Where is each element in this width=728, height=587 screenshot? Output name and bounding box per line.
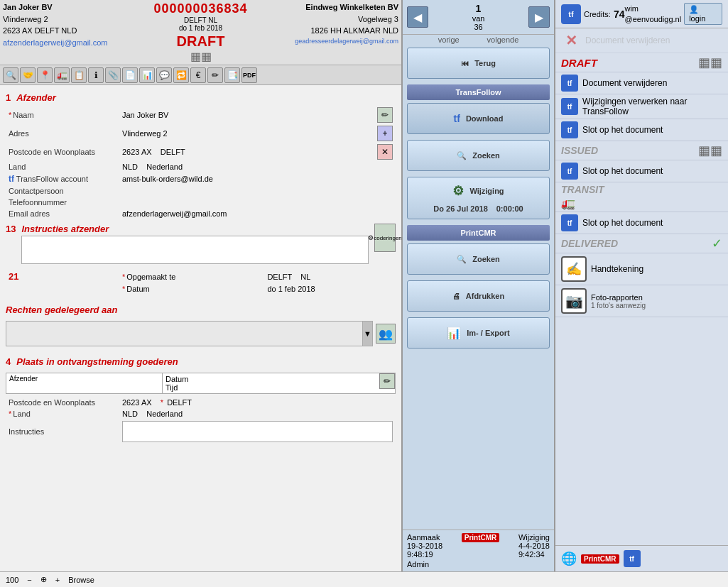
toolbar-table[interactable]: 📊 bbox=[139, 67, 155, 83]
afzender-table: *Naam Jan Joker BV ✏ Adres Vlinderweg 2 bbox=[6, 106, 396, 219]
zoeken-cmr-btn[interactable]: 🔍 Zoeken bbox=[407, 243, 550, 275]
tf-bottom-icon: tf bbox=[624, 550, 641, 567]
slot-row-1[interactable]: tf Slot op het document bbox=[555, 119, 728, 141]
adres-value: Vlinderweg 2 bbox=[122, 129, 168, 138]
imexport-label: Im- / Export bbox=[467, 329, 510, 337]
toolbar-location[interactable]: 📍 bbox=[37, 67, 53, 83]
nav-bar: ◀ 1 van 36 ▶ bbox=[403, 0, 554, 35]
label-land-ontvangst: *Land bbox=[6, 408, 119, 419]
printcmr-label: PrintCMR bbox=[460, 229, 496, 237]
sender-email: afzenderlagerweij@gmail.com bbox=[3, 37, 141, 49]
slot-row-2[interactable]: tf Slot op het document bbox=[555, 160, 728, 182]
add-adres-btn[interactable]: + bbox=[377, 126, 393, 141]
foto-row[interactable]: 📷 Foto-rapporten 1 foto's aanwezig bbox=[555, 285, 728, 317]
slot-row-3[interactable]: tf Slot op het document bbox=[555, 212, 728, 234]
value-transfollow: amst-bulk-orders@wild.de bbox=[119, 172, 374, 185]
vorige-btn[interactable]: ◀ bbox=[407, 6, 428, 28]
postcode-value2: DELFT bbox=[161, 148, 185, 156]
label-opgemaakt: *Opgemaakt te bbox=[119, 270, 264, 283]
search-cmr-icon: 🔍 bbox=[457, 255, 467, 264]
label-land: Land bbox=[6, 161, 119, 172]
delivered-check-icon: ✓ bbox=[712, 236, 722, 251]
mid-panel: ◀ 1 van 36 ▶ vorige volgende ⏮ Terug Tra… bbox=[403, 0, 555, 571]
toolbar-euro[interactable]: € bbox=[190, 67, 206, 83]
toolbar-truck[interactable]: 🚛 bbox=[54, 67, 70, 83]
slot-label-2: Slot op het document bbox=[582, 166, 722, 176]
user-label: Admin bbox=[407, 560, 429, 569]
credits-label: Credits: bbox=[584, 10, 611, 18]
afdrukken-btn[interactable]: 🖨 Afdrukken bbox=[407, 280, 550, 312]
credits-value: 74 bbox=[614, 9, 625, 20]
form-area: 1 Afzender *Naam Jan Joker BV ✏ Adres bbox=[0, 85, 401, 571]
toolbar-info[interactable]: ℹ bbox=[88, 67, 104, 83]
naam-value: Jan Joker BV bbox=[122, 111, 168, 119]
receiver-city: 1826 HH ALKMAAR NLD bbox=[261, 25, 399, 37]
login-btn[interactable]: 👤 login bbox=[684, 3, 722, 25]
user-info: wim @eenvoudigg.nl bbox=[624, 4, 681, 24]
wijziging-icon: ⚙ bbox=[452, 183, 464, 199]
right-header: tf Credits: 74 wim @eenvoudigg.nl 👤 logi… bbox=[555, 0, 728, 28]
terug-btn[interactable]: ⏮ Terug bbox=[407, 48, 550, 79]
wijziging-time: 0:00:00 bbox=[496, 204, 523, 213]
value-land-ontvangst: NLD Nederland bbox=[119, 408, 396, 419]
toolbar-handshake[interactable]: 🤝 bbox=[20, 67, 36, 83]
transit-status: TRANSIT bbox=[561, 184, 722, 195]
download-btn[interactable]: tf Download bbox=[407, 103, 550, 134]
doc-verwijderen-label: Document verwijderen bbox=[582, 78, 722, 88]
toolbar-search[interactable]: 🔍 bbox=[3, 67, 18, 83]
toolbar-pdf[interactable]: PDF bbox=[241, 67, 257, 83]
label-instructies: Instructies bbox=[6, 419, 119, 444]
globe-icon: 🌐 bbox=[561, 551, 577, 566]
value-email: afzenderlagerweij@gmail.com bbox=[119, 208, 374, 219]
label-transfollow: tf TransFollow account bbox=[6, 172, 119, 185]
printcmr-logo: PrintCMR bbox=[462, 533, 500, 542]
transfollow-value: amst-bulk-orders@wild.de bbox=[122, 175, 213, 183]
del-postcode-btn[interactable]: ✕ bbox=[377, 144, 393, 160]
volgende-btn[interactable]: ▶ bbox=[528, 6, 550, 28]
tf-icon-1: tf bbox=[561, 75, 578, 92]
nav-total: 36 bbox=[472, 23, 485, 31]
nav-van: van bbox=[472, 14, 485, 23]
value-opgemaakt: DELFT NL bbox=[264, 270, 396, 283]
toolbar-refresh[interactable]: 🔁 bbox=[173, 67, 189, 83]
table-row: *Datum do 1 feb 2018 bbox=[6, 283, 396, 295]
zoeken-tf-btn[interactable]: 🔍 Zoeken bbox=[407, 140, 550, 171]
toolbar-edit[interactable]: ✏ bbox=[207, 67, 223, 83]
table-row: Email adres afzenderlagerweij@gmail.com bbox=[6, 208, 396, 219]
delegated-users-btn[interactable]: 👥 bbox=[376, 324, 396, 344]
wijziging-date: Do 26 Jul 2018 bbox=[433, 204, 487, 213]
value-land: NLD Nederland bbox=[119, 161, 374, 172]
wijziging-btn[interactable]: ⚙ Wijziging Do 26 Jul 2018 0:00:00 bbox=[407, 177, 550, 219]
zoom-plus-btn[interactable]: + bbox=[55, 576, 60, 584]
section13-title: Instructies afzender bbox=[21, 224, 109, 234]
wijzigingen-row[interactable]: tf Wijzigingen verwerken naar TransFollo… bbox=[555, 94, 728, 119]
table-row: *Naam Jan Joker BV ✏ bbox=[6, 106, 396, 124]
doc-number: 000000036834 bbox=[153, 1, 247, 16]
handtekening-icon: ✍ bbox=[561, 256, 587, 282]
section1-num: 1 bbox=[6, 92, 11, 103]
table-row: *Land NLD Nederland bbox=[6, 408, 396, 419]
browse-label: Browse bbox=[68, 576, 94, 584]
volgende-label: volgende bbox=[487, 35, 519, 44]
toolbar-clipboard[interactable]: 📋 bbox=[71, 67, 87, 83]
tf-download-icon: tf bbox=[454, 113, 460, 124]
zoom-minus-btn[interactable]: − bbox=[27, 576, 31, 584]
city-detail: DELFT NL bbox=[184, 16, 217, 24]
doc-verwijderen-row[interactable]: tf Document verwijderen bbox=[555, 72, 728, 94]
toolbar-pages[interactable]: 📑 bbox=[224, 67, 240, 83]
nav-info: 1 van 36 bbox=[472, 3, 485, 31]
terug-label: Terug bbox=[474, 59, 496, 67]
toolbar-attach[interactable]: 📎 bbox=[105, 67, 121, 83]
toolbar-chat[interactable]: 💬 bbox=[156, 67, 172, 83]
table-row: Postcode en Woonplaats 2623 AX * DELFT bbox=[6, 397, 396, 408]
handtekening-row[interactable]: ✍ Handtekening bbox=[555, 253, 728, 285]
ontvangst-edit-btn[interactable]: ✏ bbox=[379, 373, 395, 389]
toolbar-doc[interactable]: 📄 bbox=[122, 67, 138, 83]
imexport-btn[interactable]: 📊 Im- / Export bbox=[407, 317, 550, 349]
aanmaak-time: 9:48:19 bbox=[407, 550, 442, 559]
delegated-scroll[interactable]: ▼ bbox=[362, 322, 372, 346]
edit-naam-btn[interactable]: ✏ bbox=[377, 107, 393, 123]
codering-btn[interactable]: ⚙coderingen bbox=[374, 224, 396, 252]
right-bottom: 🌐 PrintCMR tf bbox=[555, 545, 728, 571]
doc-verwijderen-disabled-label: Document verwijderen bbox=[585, 35, 722, 45]
